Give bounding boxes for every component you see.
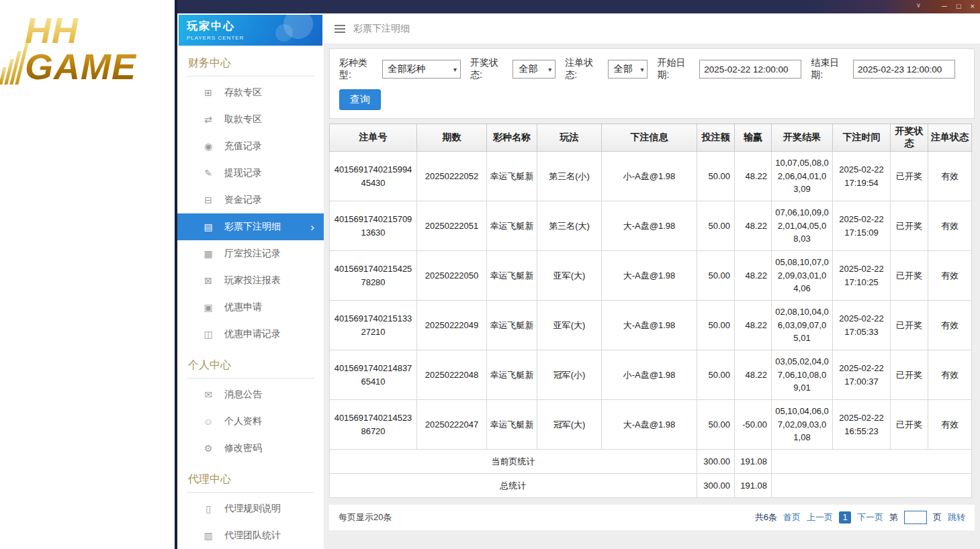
sidebar-item-profile[interactable]: ☺个人资料	[177, 408, 324, 435]
sidebar-section-title: 财务中心	[187, 52, 314, 77]
lottery-type-label: 彩种类型:	[339, 57, 380, 81]
sidebar-item-lottery-bet-detail[interactable]: ▤彩票下注明细›	[177, 213, 324, 240]
table-cell: 20250222051	[417, 201, 487, 251]
table-cell: 亚军(大)	[537, 301, 602, 350]
summary-label: 当前页统计	[330, 450, 697, 474]
current-page[interactable]: 1	[839, 511, 851, 523]
table-cell: 50.00	[697, 400, 735, 450]
summary-row: 总统计300.00191.08	[330, 474, 972, 498]
sidebar-item-withdraw[interactable]: ⇄取款专区	[177, 106, 324, 133]
sidebar-item-withdraw-record[interactable]: ✎提现记录	[177, 160, 324, 187]
table-cell: 幸运飞艇新	[487, 301, 537, 350]
close-button[interactable]: ×	[971, 1, 975, 11]
recharge-record-icon: ◉	[203, 141, 214, 152]
sidebar-item-recharge-record[interactable]: ◉充值记录	[177, 133, 324, 160]
sidebar-item-label: 修改密码	[224, 442, 262, 454]
draw-status-select[interactable]: 全部 ▾	[513, 60, 555, 79]
table-cell: 2025-02-22 17:15:09	[833, 201, 891, 251]
table-cell: 05,10,04,06,07,02,09,03,01,08	[772, 400, 833, 450]
promo-record-icon: ◫	[203, 329, 214, 340]
table-cell: 20250222049	[417, 301, 487, 350]
table-body: 40156917402159944543020250222052幸运飞艇新第三名…	[330, 152, 972, 498]
table-cell: 10,07,05,08,02,06,04,01,03,09	[772, 152, 833, 201]
sidebar-item-agent-rules[interactable]: ▯代理规则说明	[177, 495, 324, 522]
start-date-input[interactable]	[699, 60, 801, 79]
column-header: 玩法	[537, 124, 602, 152]
chevron-right-icon: ›	[310, 221, 314, 233]
sidebar-item-funds-record[interactable]: ⊟资金记录	[177, 187, 324, 213]
sidebar-section-title: 代理中心	[187, 468, 314, 493]
table-cell: 大-A盘@1.98	[602, 201, 697, 251]
table-cell: 401569174021483765410	[330, 350, 417, 400]
table-cell: 幸运飞艇新	[487, 251, 537, 301]
sidebar-item-promo-apply[interactable]: ▣优惠申请	[177, 294, 324, 321]
pager: 共6条 首页 上一页 1 下一页 第 页 跳转	[755, 511, 965, 524]
table-row: 40156917402148376541020250222048幸运飞艇新冠军(…	[330, 350, 972, 400]
sidebar-item-label: 存款专区	[224, 87, 262, 99]
player-report-icon: ⊠	[203, 275, 214, 286]
summary-label: 总统计	[330, 474, 697, 498]
password-icon: ⚙	[203, 443, 214, 454]
sidebar-item-player-bet-report[interactable]: ⊠玩家投注报表	[177, 267, 324, 294]
profile-icon: ☺	[203, 416, 214, 427]
order-status-value: 全部	[614, 63, 633, 75]
lottery-detail-icon: ▤	[203, 221, 214, 232]
jump-link[interactable]: 跳转	[948, 511, 965, 523]
breadcrumb: 彩票下注明细	[324, 13, 980, 44]
sidebar-item-agent-team-stats[interactable]: ▥代理团队统计	[177, 522, 324, 549]
query-button[interactable]: 查询	[339, 89, 381, 110]
minimize-button[interactable]: ─	[942, 1, 947, 11]
table-row: 40156917402154257828020250222050幸运飞艇新亚军(…	[330, 251, 972, 301]
summary-empty	[772, 474, 972, 498]
sidebar-item-message-notice[interactable]: ✉消息公告	[177, 381, 324, 408]
deposit-icon: ⊞	[203, 87, 214, 98]
end-date-input[interactable]	[853, 60, 955, 79]
sidebar-item-label: 资金记录	[224, 194, 262, 206]
draw-status-value: 全部	[519, 63, 537, 75]
table-cell: 有效	[928, 201, 972, 251]
column-header: 下注时间	[833, 124, 891, 152]
summary-win-total: 191.08	[735, 450, 772, 474]
summary-win-total: 191.08	[735, 474, 772, 498]
table-cell: 2025-02-22 17:05:33	[833, 301, 891, 350]
sidebar-item-label: 优惠申请	[224, 301, 262, 313]
sidebar-item-deposit[interactable]: ⊞存款专区	[177, 79, 324, 106]
table-cell: 有效	[928, 400, 972, 450]
jump-suffix: 页	[933, 511, 942, 523]
column-header: 投注额	[697, 124, 735, 152]
sidebar-item-promo-apply-record[interactable]: ◫优惠申请记录	[177, 321, 324, 348]
summary-bet-total: 300.00	[697, 450, 735, 474]
sidebar: 玩家中心 PLAYERS CENTER 财务中心⊞存款专区⇄取款专区◉充值记录✎…	[177, 13, 324, 549]
table-cell: 已开奖	[891, 152, 928, 201]
next-page-link[interactable]: 下一页	[857, 511, 883, 523]
table-cell: 401569174021452386720	[330, 400, 417, 450]
first-page-link[interactable]: 首页	[783, 511, 801, 523]
pagination-bar: 每页显示20条 共6条 首页 上一页 1 下一页 第 页 跳转	[329, 505, 975, 530]
table-cell: 有效	[928, 301, 972, 350]
filter-panel: 彩种类型: 全部彩种 ▾ 开奖状态: 全部 ▾	[329, 48, 975, 119]
table-cell: 已开奖	[891, 400, 928, 450]
table-cell: 第三名(小)	[537, 152, 602, 201]
table-cell: 有效	[928, 251, 972, 301]
sidebar-item-label: 代理规则说明	[224, 503, 281, 515]
chevron-down-icon: ∨	[916, 1, 921, 9]
prev-page-link[interactable]: 上一页	[807, 511, 833, 523]
page-title: 彩票下注明细	[353, 23, 410, 35]
bet-table-wrap: 注单号期数彩种名称玩法下注信息投注额输赢开奖结果下注时间开奖状态注单状态 401…	[329, 123, 975, 498]
table-cell: 冠军(大)	[537, 400, 602, 450]
table-row: 40156917402159944543020250222052幸运飞艇新第三名…	[330, 152, 972, 201]
lottery-type-select[interactable]: 全部彩种 ▾	[382, 60, 461, 79]
table-cell: 有效	[928, 350, 972, 400]
maximize-button[interactable]: □	[956, 1, 961, 11]
content-area: 彩票下注明细 彩种类型: 全部彩种 ▾ 开奖状态: 全部	[324, 13, 980, 549]
sidebar-item-hall-bet-record[interactable]: ▦厅室投注记录	[177, 240, 324, 267]
jump-page-input[interactable]	[904, 511, 927, 524]
promo-apply-icon: ▣	[203, 302, 214, 313]
sidebar-item-label: 玩家投注报表	[224, 274, 281, 287]
order-status-select[interactable]: 全部 ▾	[608, 60, 648, 79]
menu-toggle-icon[interactable]	[335, 28, 345, 30]
table-cell: 已开奖	[891, 201, 928, 251]
sidebar-item-change-password[interactable]: ⚙修改密码	[177, 435, 324, 462]
summary-row: 当前页统计300.00191.08	[330, 450, 972, 474]
table-cell: 48.22	[735, 301, 772, 350]
